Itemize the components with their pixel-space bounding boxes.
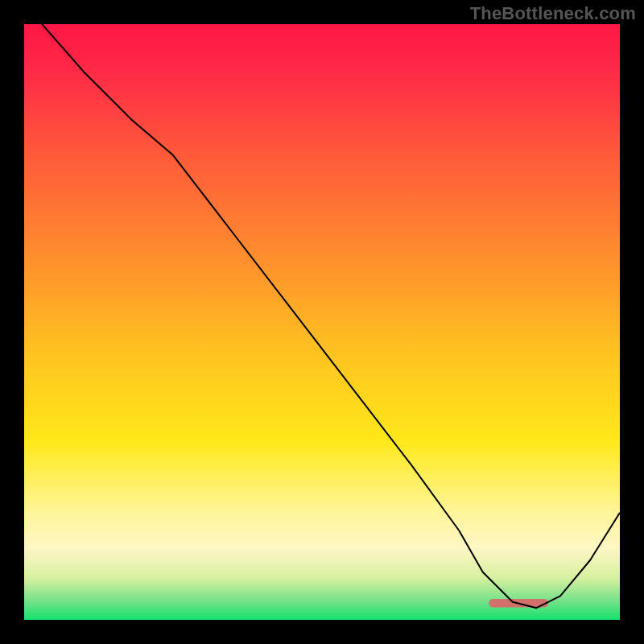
- plot-area: [24, 24, 620, 620]
- gradient-background: [24, 24, 620, 620]
- chart-svg: [24, 24, 620, 620]
- chart-container: TheBottleneck.com: [0, 0, 644, 644]
- watermark-text: TheBottleneck.com: [470, 3, 636, 24]
